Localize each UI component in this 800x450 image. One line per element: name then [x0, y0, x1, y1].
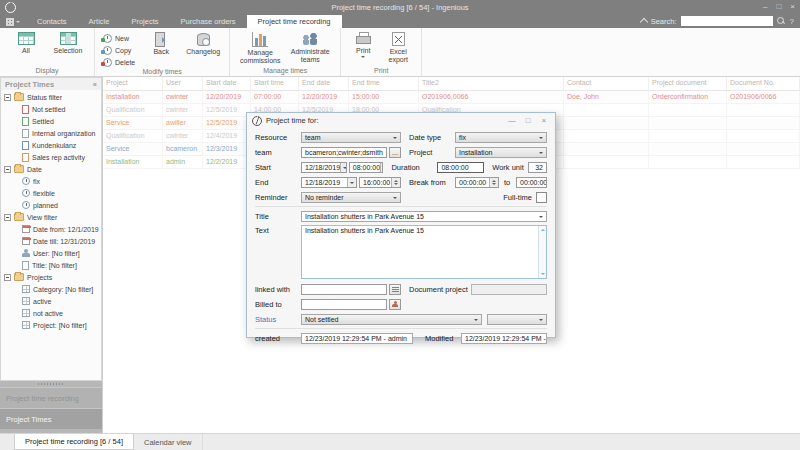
help-icon[interactable]: ?	[790, 17, 794, 26]
manage-commissions-button[interactable]: Manage commissions	[235, 31, 285, 65]
tree-item[interactable]: Category: [No filter]	[1, 283, 101, 295]
chevron-down-icon[interactable]	[347, 178, 356, 187]
tree-item[interactable]: active	[1, 295, 101, 307]
tree-item[interactable]: flexible	[1, 187, 101, 199]
column-header[interactable]: User	[163, 77, 203, 90]
linked-with-input[interactable]	[301, 284, 387, 295]
nav-panel-project-times[interactable]: Project Times	[0, 408, 102, 429]
tree-item[interactable]: Internal organization	[1, 127, 101, 139]
tree-folder[interactable]: Status filter	[1, 91, 101, 103]
dialog-minimize-button[interactable]: —	[506, 113, 518, 128]
column-header[interactable]: End time	[349, 77, 419, 90]
tree-item[interactable]: Not settled	[1, 103, 101, 115]
billed-to-input[interactable]	[301, 299, 387, 310]
tree-item[interactable]: not active	[1, 307, 101, 319]
project-select[interactable]: Installation	[455, 147, 547, 158]
tree-item[interactable]: Settled	[1, 115, 101, 127]
tree-item[interactable]: Date till: 12/31/2019	[1, 235, 101, 247]
dialog-close-button[interactable]: ×	[538, 113, 550, 128]
tree-item[interactable]: Date from: 12/1/2019	[1, 223, 101, 235]
column-header[interactable]: Contact	[564, 77, 649, 90]
table-cell	[649, 117, 727, 129]
spinner-icon[interactable]	[380, 163, 383, 172]
tab-project-time-recording[interactable]: Project time recording	[247, 15, 342, 28]
nav-panel-project-time-recording[interactable]: Project time recording	[0, 387, 102, 408]
reminder-select[interactable]: No reminder	[301, 192, 401, 203]
tab-contacts[interactable]: Contacts	[26, 15, 78, 28]
title-combo[interactable]: Installation shutters in Park Avenue 15	[301, 211, 547, 222]
people-icon	[302, 32, 318, 46]
team-browse-button[interactable]: ...	[389, 147, 401, 158]
end-time-input[interactable]: 16:00:00	[359, 177, 401, 188]
end-date-input[interactable]: 12/18/2019	[301, 177, 357, 188]
collapse-ribbon-icon[interactable]	[639, 18, 647, 26]
tree-item[interactable]: User: [No filter]	[1, 247, 101, 259]
tree-item[interactable]: Sales rep activity	[1, 151, 101, 163]
tree-item[interactable]: planned	[1, 199, 101, 211]
tree-folder[interactable]: View filter	[1, 211, 101, 223]
print-button[interactable]: Print	[346, 31, 380, 60]
view-tab-calendar-view[interactable]: Calendar view	[134, 434, 203, 450]
status-extra-select[interactable]	[487, 314, 547, 325]
workunit-input[interactable]: 32	[528, 162, 547, 173]
expander-icon[interactable]	[4, 94, 11, 101]
column-header[interactable]: Start time	[251, 77, 299, 90]
all-button[interactable]: All	[5, 31, 47, 55]
tree-item[interactable]: Project: [No filter]	[1, 319, 101, 331]
table-row[interactable]: Installationcwinter12/20/201907:00:0012/…	[103, 91, 800, 104]
tree-folder[interactable]: Date	[1, 163, 101, 175]
team-input[interactable]: bcameron;cwinter;dsmith	[301, 147, 387, 158]
back-button[interactable]: Back	[140, 31, 182, 56]
expander-icon[interactable]	[4, 166, 11, 173]
column-header[interactable]: Title2	[419, 77, 564, 90]
column-header[interactable]: Project	[103, 77, 163, 90]
status-select[interactable]: Not settled	[301, 314, 482, 325]
billed-to-browse-button[interactable]	[389, 299, 401, 310]
tree-item[interactable]: Title: [No filter]	[1, 259, 101, 271]
minimize-button[interactable]: –	[763, 0, 767, 14]
dialog-maximize-button[interactable]: □	[522, 113, 534, 128]
chevron-down-icon[interactable]	[340, 163, 347, 172]
copy-button[interactable]: Copy	[100, 44, 138, 56]
start-time-input[interactable]: 08:00:00	[349, 162, 384, 173]
excel-export-button[interactable]: Excel export	[380, 31, 416, 64]
tree-folder[interactable]: Projects	[1, 271, 101, 283]
maximize-button[interactable]: □	[776, 0, 781, 14]
administrate-teams-button[interactable]: Administrate teams	[285, 31, 335, 64]
expander-icon[interactable]	[4, 274, 11, 281]
delete-button[interactable]: Delete	[100, 56, 138, 68]
resource-select[interactable]: team	[301, 132, 401, 143]
datetype-select[interactable]: fix	[455, 132, 547, 143]
duration-input[interactable]: 08:00:00	[437, 162, 483, 173]
app-menu-icon[interactable]	[6, 16, 22, 27]
spinner-icon[interactable]	[489, 178, 498, 187]
expander-icon[interactable]	[4, 214, 11, 221]
column-header[interactable]: Project document	[649, 77, 727, 90]
column-header[interactable]: Start date	[203, 77, 251, 90]
search-input[interactable]	[681, 16, 773, 26]
new-button[interactable]: New	[100, 32, 138, 44]
text-label: Text	[255, 225, 301, 235]
search-options-icon[interactable]	[777, 17, 786, 26]
spinner-icon[interactable]	[391, 178, 400, 187]
tab-article[interactable]: Article	[78, 15, 121, 28]
start-date-input[interactable]: 12/18/2019	[301, 162, 347, 173]
view-tab-project-time-recording[interactable]: Project time recording [6 / 54]	[14, 434, 134, 450]
linked-with-browse-button[interactable]	[389, 284, 401, 295]
column-header[interactable]: End date	[299, 77, 349, 90]
tab-projects[interactable]: Projects	[120, 15, 169, 28]
fulltime-checkbox[interactable]	[536, 192, 547, 203]
scrollbar[interactable]	[538, 226, 546, 278]
close-button[interactable]: ×	[790, 0, 795, 14]
break-to-input[interactable]: 00:00:00	[516, 177, 547, 188]
changelog-button[interactable]: Changelog	[182, 31, 224, 56]
break-from-input[interactable]: 00:00:00	[455, 177, 499, 188]
text-textarea[interactable]: Installation shutters in Park Avenue 15	[301, 225, 547, 279]
tree-item[interactable]: Kundenkulanz	[1, 139, 101, 151]
tree-item[interactable]: fix	[1, 175, 101, 187]
sidebar-collapse-icon[interactable]: «	[93, 80, 97, 89]
column-header[interactable]: Document No.	[727, 77, 800, 90]
selection-button[interactable]: Selection	[47, 31, 89, 55]
status-label: Status	[255, 315, 301, 324]
tab-purchase-orders[interactable]: Purchase orders	[170, 15, 247, 28]
